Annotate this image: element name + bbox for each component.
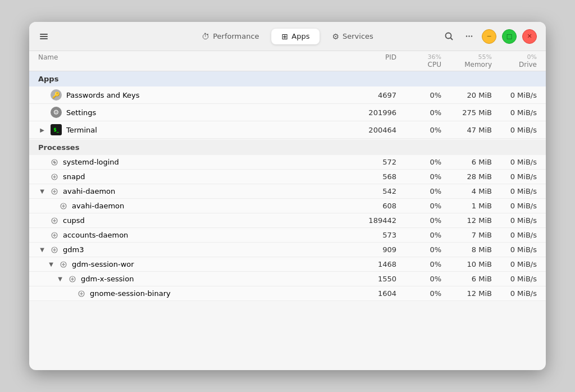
header-drive[interactable]: 0% Drive [492, 53, 537, 69]
header-pid[interactable]: PID [346, 53, 396, 69]
row-label-avahi-daemon: avahi-daemon [63, 187, 115, 195]
menu-button[interactable] [462, 29, 476, 44]
minimize-button[interactable]: − [482, 29, 496, 44]
process-icon [60, 202, 67, 210]
row-memory-terminal: 47 MiB [441, 126, 492, 134]
row-memory: 6 MiB [441, 158, 492, 166]
row-drive: 0 MiB/s [492, 245, 537, 254]
process-icon [51, 217, 58, 225]
row-pid: 573 [346, 231, 396, 239]
row-label-gdm3: gdm3 [63, 245, 84, 254]
process-icon [51, 188, 58, 195]
table-row[interactable]: ▶ snapd 568 0% 28 MiB 0 MiB/s [29, 170, 546, 184]
row-name-terminal: ▶ $_ Terminal [38, 124, 346, 135]
content-area: Apps ▶ 🔑 Passwords and Keys 4697 0% 20 M… [29, 71, 546, 370]
row-pid: 1604 [346, 289, 396, 298]
table-row[interactable]: ▶ avahi-daemon 608 0% 1 MiB 0 MiB/s [29, 199, 546, 213]
row-name-cupsd: ▶ cupsd [38, 216, 346, 225]
row-memory: 12 MiB [441, 216, 492, 225]
row-name-avahi-daemon-child: ▶ avahi-daemon [47, 202, 346, 210]
row-pid: 542 [346, 187, 396, 195]
terminal-icon: $_ [51, 124, 62, 135]
table-row[interactable]: ▶ gnome-session-binary 1604 0% 12 MiB 0 … [29, 286, 546, 301]
row-memory: 8 MiB [441, 245, 492, 254]
row-memory: 28 MiB [441, 172, 492, 181]
row-drive: 0 MiB/s [492, 158, 537, 166]
apps-icon: ⊞ [282, 32, 289, 41]
row-label-gdm-session-wor: gdm-session-wor [72, 260, 134, 268]
row-drive: 0 MiB/s [492, 187, 537, 195]
row-name-passwords: ▶ 🔑 Passwords and Keys [38, 89, 346, 101]
tab-performance[interactable]: ⏱ Performance [191, 29, 269, 44]
svg-rect-1 [40, 36, 48, 37]
row-label-passwords: Passwords and Keys [66, 91, 140, 99]
maximize-button[interactable]: □ [502, 29, 517, 44]
row-pid: 572 [346, 158, 396, 166]
titlebar-left [38, 31, 49, 42]
table-row[interactable]: ▼ avahi-daemon 542 0% 4 MiB 0 MiB/s [29, 184, 546, 199]
table-row[interactable]: ▶ systemd-logind 572 0% 6 MiB 0 MiB/s [29, 155, 546, 170]
row-pid: 568 [346, 172, 396, 181]
tab-services-label: Services [343, 32, 373, 40]
table-row[interactable]: ▶ cupsd 189442 0% 12 MiB 0 MiB/s [29, 213, 546, 228]
row-name-systemd-logind: ▶ systemd-logind [38, 158, 346, 166]
row-cpu: 0% [396, 187, 441, 195]
row-cpu: 0% [396, 245, 441, 254]
table-row[interactable]: ▼ gdm-x-session 1550 0% 6 MiB 0 MiB/s [29, 272, 546, 286]
titlebar-right: − □ ✕ [441, 29, 537, 44]
row-drive: 0 MiB/s [492, 289, 537, 298]
table-row[interactable]: ▶ $_ Terminal 200464 0% 47 MiB 0 MiB/s [29, 121, 546, 139]
row-memory: 4 MiB [441, 187, 492, 195]
row-drive-settings: 0 MiB/s [492, 108, 537, 117]
row-pid: 608 [346, 202, 396, 210]
tab-apps-label: Apps [291, 32, 309, 40]
sidebar-toggle-button[interactable] [38, 31, 49, 42]
row-cpu-settings: 0% [396, 108, 441, 117]
row-cpu-terminal: 0% [396, 126, 441, 134]
row-cpu: 0% [396, 158, 441, 166]
tab-apps[interactable]: ⊞ Apps [272, 29, 320, 44]
section-processes-title: Processes [38, 143, 346, 152]
process-icon [51, 246, 58, 254]
gdm3-expand-button[interactable]: ▼ [38, 246, 46, 254]
row-memory-settings: 275 MiB [441, 108, 492, 117]
gdm-session-expand-button[interactable]: ▼ [47, 261, 55, 268]
tab-services[interactable]: ⚙ Services [322, 29, 383, 44]
process-icon [69, 275, 76, 283]
table-row[interactable]: ▼ gdm-session-wor 1468 0% 10 MiB 0 MiB/s [29, 257, 546, 272]
header-memory[interactable]: 55% Memory [441, 53, 492, 69]
row-label-avahi-daemon-child: avahi-daemon [72, 202, 124, 210]
row-memory: 10 MiB [441, 260, 492, 268]
table-row[interactable]: ▶ ⚙ Settings 201996 0% 275 MiB 0 MiB/s [29, 104, 546, 121]
terminal-expand-button[interactable]: ▶ [38, 126, 46, 134]
svg-point-7 [471, 35, 472, 37]
row-name-accounts-daemon: ▶ accounts-daemon [38, 231, 346, 239]
search-button[interactable] [441, 29, 456, 44]
row-memory: 12 MiB [441, 289, 492, 298]
process-icon [60, 261, 67, 268]
row-cpu: 0% [396, 202, 441, 210]
header-cpu[interactable]: 36% CPU [396, 53, 441, 69]
process-icon [51, 158, 58, 166]
process-icon [77, 290, 85, 298]
row-cpu: 0% [396, 289, 441, 298]
row-drive: 0 MiB/s [492, 172, 537, 181]
table-row[interactable]: ▼ gdm3 909 0% 8 MiB 0 MiB/s [29, 243, 546, 257]
svg-rect-0 [40, 34, 48, 35]
section-apps: Apps [29, 71, 546, 86]
svg-point-5 [466, 35, 467, 37]
process-icon [51, 231, 58, 239]
row-cpu: 0% [396, 216, 441, 225]
row-name-settings: ▶ ⚙ Settings [38, 107, 346, 118]
header-name[interactable]: Name [38, 53, 346, 69]
gdm-x-session-expand-button[interactable]: ▼ [56, 275, 64, 283]
row-drive: 0 MiB/s [492, 216, 537, 225]
table-row[interactable]: ▶ 🔑 Passwords and Keys 4697 0% 20 MiB 0 … [29, 86, 546, 104]
row-drive: 0 MiB/s [492, 275, 537, 283]
avahi-expand-button[interactable]: ▼ [38, 188, 46, 195]
tab-performance-label: Performance [213, 32, 259, 40]
close-button[interactable]: ✕ [522, 29, 537, 44]
row-cpu: 0% [396, 260, 441, 268]
table-row[interactable]: ▶ accounts-daemon 573 0% 7 MiB 0 MiB/s [29, 228, 546, 243]
row-label-cupsd: cupsd [63, 216, 85, 225]
